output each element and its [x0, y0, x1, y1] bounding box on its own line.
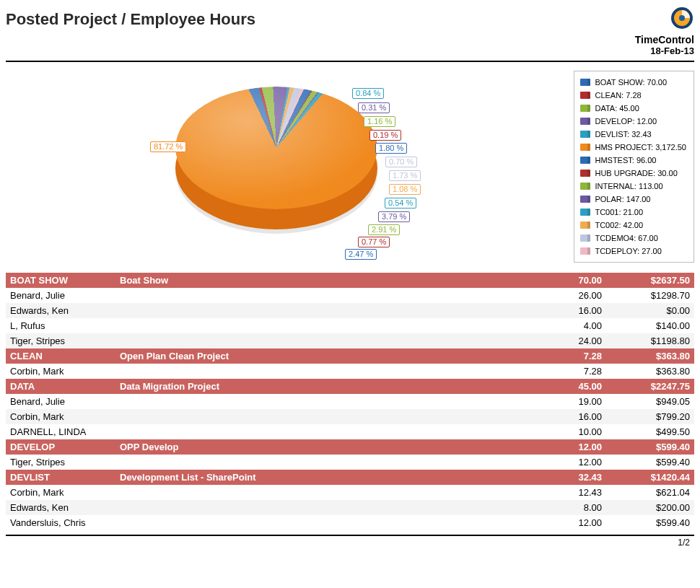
report-date: 18-Feb-13: [635, 45, 694, 56]
employee-name: Corbin, Mark: [6, 364, 533, 379]
pie-callout: 81.72 %: [150, 141, 186, 152]
legend-item: HMSTEST: 96.00: [580, 154, 686, 167]
legend-label: POLAR: 147.00: [595, 193, 650, 206]
row-hours: 26.00: [533, 288, 606, 303]
group-hours: 7.28: [533, 348, 606, 364]
legend-swatch: [580, 221, 590, 229]
group-row: DEVELOPOPP Develop12.00$599.40: [6, 439, 694, 455]
table-row: Benard, Julie19.00$949.05: [6, 394, 694, 409]
page-title: Posted Project / Employee Hours: [6, 6, 255, 29]
row-hours: 10.00: [533, 424, 606, 439]
group-hours: 45.00: [533, 379, 606, 394]
pie-callout: 1.80 %: [375, 143, 407, 154]
pie-legend: BOAT SHOW: 70.00CLEAN: 7.28DATA: 45.00DE…: [574, 71, 694, 263]
group-code: CLEAN: [6, 348, 115, 364]
table-row: Tiger, Stripes12.00$599.40: [6, 455, 694, 470]
group-amount: $2247.75: [606, 379, 694, 394]
legend-label: TC001: 21.00: [595, 206, 643, 219]
pie-callout: 2.91 %: [368, 224, 400, 235]
employee-name: Vandersluis, Chris: [6, 515, 533, 530]
legend-swatch: [580, 170, 590, 177]
pie-chart: 0.84 %0.31 %1.16 %0.19 %1.80 %0.70 %1.73…: [6, 65, 694, 267]
row-amount: $1298.70: [606, 288, 694, 303]
table-row: L, Rufus4.00$140.00: [6, 318, 694, 333]
group-row: BOAT SHOWBoat Show70.00$2637.50: [6, 273, 694, 288]
pie-callout: 1.16 %: [364, 116, 395, 127]
legend-swatch: [580, 183, 590, 190]
legend-label: DEVELOP: 12.00: [595, 115, 657, 128]
table-row: Edwards, Ken16.00$0.00: [6, 303, 694, 318]
employee-name: L, Rufus: [6, 318, 533, 333]
row-hours: 24.00: [533, 333, 606, 348]
legend-swatch: [580, 131, 590, 138]
legend-swatch: [580, 196, 590, 203]
legend-label: TC002: 42.00: [595, 219, 643, 232]
group-code: DATA: [6, 379, 115, 394]
group-row: DEVLISTDevelopment List - SharePoint32.4…: [6, 470, 694, 485]
report-table: BOAT SHOWBoat Show70.00$2637.50Benard, J…: [6, 273, 694, 530]
row-amount: $363.80: [606, 364, 694, 379]
legend-label: HMSTEST: 96.00: [595, 154, 656, 167]
group-row: DATAData Migration Project45.00$2247.75: [6, 379, 694, 394]
pie-callout: 1.73 %: [389, 170, 421, 181]
svg-point-2: [679, 15, 685, 21]
legend-item: POLAR: 147.00: [580, 193, 686, 206]
row-hours: 16.00: [533, 303, 606, 318]
employee-name: Benard, Julie: [6, 288, 533, 303]
row-hours: 12.43: [533, 485, 606, 500]
row-amount: $599.40: [606, 455, 694, 470]
pie-callout: 0.54 %: [385, 198, 416, 209]
pie-callout: 2.47 %: [345, 249, 377, 260]
group-code: DEVLIST: [6, 470, 115, 485]
pie-callout: 0.70 %: [385, 157, 417, 167]
legend-label: BOAT SHOW: 70.00: [595, 76, 667, 89]
employee-name: Corbin, Mark: [6, 409, 533, 424]
row-hours: 8.00: [533, 500, 606, 515]
row-hours: 4.00: [533, 318, 606, 333]
legend-item: TC002: 42.00: [580, 219, 686, 232]
legend-label: TCDEPLOY: 27.00: [595, 245, 661, 258]
pie-callout: 1.08 %: [389, 184, 421, 195]
table-row: Corbin, Mark7.28$363.80: [6, 364, 694, 379]
group-code: BOAT SHOW: [6, 273, 115, 288]
group-hours: 32.43: [533, 470, 606, 485]
brand-icon: [670, 6, 694, 32]
employee-name: Corbin, Mark: [6, 485, 533, 500]
group-name: Open Plan Clean Project: [115, 348, 533, 364]
group-amount: $363.80: [606, 348, 694, 364]
legend-item: INTERNAL: 113.00: [580, 180, 686, 193]
legend-swatch: [580, 105, 590, 112]
legend-swatch: [580, 92, 590, 99]
legend-item: TCDEPLOY: 27.00: [580, 245, 686, 258]
row-amount: $1198.80: [606, 333, 694, 348]
group-amount: $599.40: [606, 439, 694, 455]
employee-name: Edwards, Ken: [6, 500, 533, 515]
group-row: CLEANOpen Plan Clean Project7.28$363.80: [6, 348, 694, 364]
pie-callout: 0.31 %: [358, 102, 390, 113]
employee-name: DARNELL, LINDA: [6, 424, 533, 439]
row-amount: $499.50: [606, 424, 694, 439]
header-rule: [6, 61, 694, 62]
table-row: Benard, Julie26.00$1298.70: [6, 288, 694, 303]
legend-swatch: [580, 234, 590, 242]
legend-swatch: [580, 144, 590, 151]
table-row: Edwards, Ken8.00$200.00: [6, 500, 694, 515]
table-row: Corbin, Mark16.00$799.20: [6, 409, 694, 424]
pie-callout: 3.79 %: [378, 211, 410, 222]
footer-rule: [6, 535, 694, 536]
legend-item: TC001: 21.00: [580, 206, 686, 219]
employee-name: Edwards, Ken: [6, 303, 533, 318]
legend-item: DEVLIST: 32.43: [580, 128, 686, 141]
row-amount: $949.05: [606, 394, 694, 409]
legend-item: DATA: 45.00: [580, 102, 686, 115]
legend-label: DEVLIST: 32.43: [595, 128, 651, 141]
legend-swatch: [580, 247, 590, 255]
row-hours: 19.00: [533, 394, 606, 409]
legend-label: HUB UPGRADE: 30.00: [595, 167, 677, 180]
brand-name: TimeControl: [635, 34, 694, 45]
legend-swatch: [580, 209, 590, 216]
group-code: DEVELOP: [6, 439, 115, 455]
table-row: Tiger, Stripes24.00$1198.80: [6, 333, 694, 348]
row-hours: 16.00: [533, 409, 606, 424]
row-amount: $599.40: [606, 515, 694, 530]
